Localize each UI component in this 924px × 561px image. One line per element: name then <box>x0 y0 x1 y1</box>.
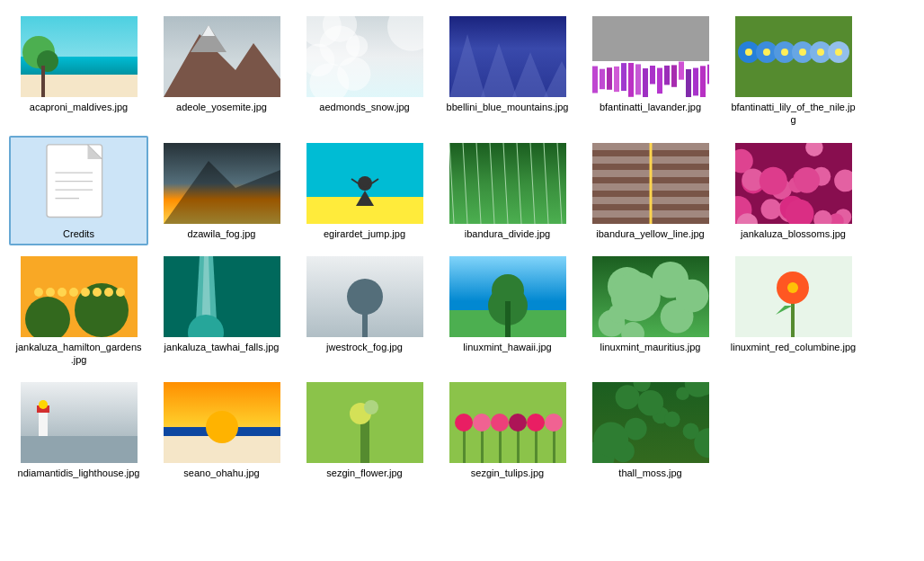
file-name-label: linuxmint_mauritius.jpg <box>600 341 701 353</box>
file-item[interactable]: jankaluza_tawhai_falls.jpg <box>152 249 291 372</box>
file-item[interactable]: linuxmint_hawaii.jpg <box>438 249 577 372</box>
file-item[interactable]: acaproni_maldives.jpg <box>9 9 148 132</box>
file-item[interactable]: linuxmint_mauritius.jpg <box>581 249 720 372</box>
file-grid: acaproni_maldives.jpgadeole_yosemite.jpg… <box>0 0 924 494</box>
file-item[interactable]: bbellini_blue_mountains.jpg <box>438 9 577 132</box>
image-thumbnail <box>307 16 423 97</box>
image-thumbnail <box>592 256 709 337</box>
file-item[interactable]: egirardet_jump.jpg <box>295 136 434 245</box>
file-name-label: dzawila_fog.jpg <box>188 227 256 240</box>
file-name-label: bfantinatti_lavander.jpg <box>600 101 701 113</box>
image-thumbnail <box>592 143 709 224</box>
file-name-label: linuxmint_red_columbine.jpg <box>731 341 856 353</box>
file-item[interactable]: jwestrock_fog.jpg <box>295 249 434 372</box>
file-name-label: ibandura_divide.jpg <box>465 227 550 240</box>
image-thumbnail <box>449 382 566 463</box>
image-thumbnail <box>449 256 566 337</box>
file-item[interactable]: thall_moss.jpg <box>581 375 720 485</box>
file-item[interactable]: dzawila_fog.jpg <box>152 136 291 245</box>
image-thumbnail <box>735 143 852 224</box>
file-name-label: jankaluza_tawhai_falls.jpg <box>164 341 280 353</box>
file-item[interactable]: bfantinatti_lily_of_the_nile.jpg <box>724 9 863 132</box>
image-thumbnail <box>592 382 709 463</box>
file-item[interactable]: Credits <box>9 136 148 245</box>
file-name-label: adeole_yosemite.jpg <box>176 101 267 113</box>
image-thumbnail <box>164 382 280 463</box>
image-thumbnail <box>735 16 852 97</box>
file-name-label: jwestrock_fog.jpg <box>326 341 403 353</box>
file-item[interactable]: ibandura_yellow_line.jpg <box>581 136 720 245</box>
image-thumbnail <box>449 16 566 97</box>
image-thumbnail <box>164 16 280 97</box>
image-thumbnail <box>592 16 709 97</box>
file-item[interactable]: bfantinatti_lavander.jpg <box>581 9 720 132</box>
file-name-label: thall_moss.jpg <box>618 467 681 479</box>
file-name-label: Credits <box>63 227 94 240</box>
file-item[interactable]: jankaluza_blossoms.jpg <box>724 136 863 245</box>
image-thumbnail <box>21 256 138 337</box>
file-name-label: aedmonds_snow.jpg <box>319 101 409 113</box>
image-thumbnail <box>21 16 138 97</box>
file-name-label: jankaluza_blossoms.jpg <box>741 227 846 240</box>
image-thumbnail <box>164 143 280 224</box>
file-item[interactable]: linuxmint_red_columbine.jpg <box>724 249 863 372</box>
file-name-label: bbellini_blue_mountains.jpg <box>447 101 569 113</box>
image-thumbnail <box>307 382 423 463</box>
file-name-label: ndiamantidis_lighthouse.jpg <box>18 467 140 479</box>
image-thumbnail <box>449 143 566 224</box>
file-name-label: sezgin_flower.jpg <box>326 467 402 479</box>
file-name-label: sezgin_tulips.jpg <box>471 467 544 479</box>
file-name-label: bfantinatti_lily_of_the_nile.jpg <box>729 101 857 127</box>
file-item[interactable]: aedmonds_snow.jpg <box>295 9 434 132</box>
image-thumbnail <box>21 382 138 463</box>
file-name-label: egirardet_jump.jpg <box>324 227 405 240</box>
document-icon <box>34 143 124 224</box>
file-item[interactable]: ibandura_divide.jpg <box>438 136 577 245</box>
file-name-label: acaproni_maldives.jpg <box>30 101 128 113</box>
image-thumbnail <box>735 256 852 337</box>
file-name-label: linuxmint_hawaii.jpg <box>463 341 551 353</box>
file-item[interactable]: jankaluza_hamilton_gardens.jpg <box>9 249 148 372</box>
file-name-label: jankaluza_hamilton_gardens.jpg <box>14 341 143 367</box>
file-item[interactable]: sezgin_flower.jpg <box>295 375 434 485</box>
image-thumbnail <box>307 256 423 337</box>
file-name-label: ibandura_yellow_line.jpg <box>596 227 704 240</box>
file-name-label: seano_ohahu.jpg <box>183 467 259 479</box>
file-item[interactable]: adeole_yosemite.jpg <box>152 9 291 132</box>
file-item[interactable]: sezgin_tulips.jpg <box>438 375 577 485</box>
image-thumbnail <box>307 143 423 224</box>
image-thumbnail <box>164 256 280 337</box>
file-item[interactable]: seano_ohahu.jpg <box>152 375 291 485</box>
file-item[interactable]: ndiamantidis_lighthouse.jpg <box>9 375 148 485</box>
